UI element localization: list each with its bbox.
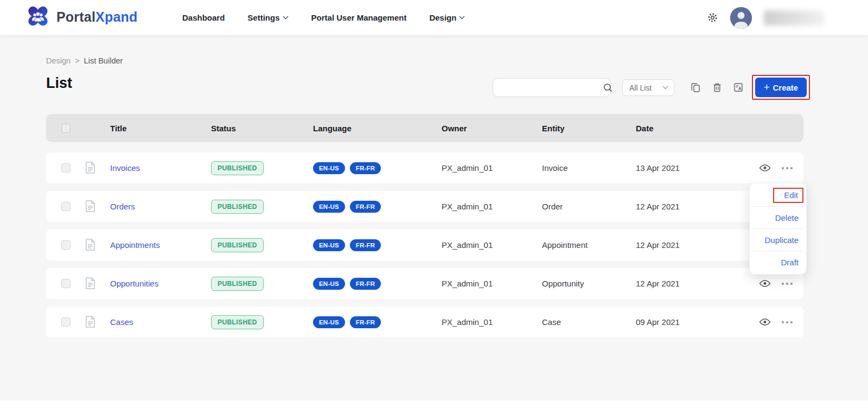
top-navigation: Dashboard Settings Portal User Managemen… xyxy=(182,0,465,35)
row-date: 12 Apr 2021 xyxy=(636,268,680,299)
brand-logo-link[interactable]: PortalXpand xyxy=(26,5,137,29)
language-chip: EN-US xyxy=(313,201,345,213)
context-menu-item-edit[interactable]: Edit xyxy=(750,184,806,206)
table-header: Title Status Language Owner Entity Date xyxy=(46,114,803,142)
row-entity: Appointment xyxy=(542,229,588,260)
row-actions-ellipsis[interactable] xyxy=(782,152,793,183)
document-icon xyxy=(85,152,95,183)
table-row: Invoices PUBLISHED EN-US FR-FR PX_admin_… xyxy=(46,152,803,183)
view-eye-icon[interactable] xyxy=(759,152,771,183)
column-header-entity: Entity xyxy=(542,114,565,142)
column-header-status: Status xyxy=(211,114,236,142)
status-badge: PUBLISHED xyxy=(211,238,264,252)
column-header-date: Date xyxy=(636,114,654,142)
document-icon xyxy=(85,268,95,299)
view-eye-icon[interactable] xyxy=(759,307,771,337)
list-builder-page: PortalXpand Dashboard Settings Portal Us… xyxy=(0,0,868,408)
row-date: 12 Apr 2021 xyxy=(636,229,680,260)
breadcrumb: Design > List Builder xyxy=(46,56,123,65)
chevron-down-icon xyxy=(459,16,465,20)
row-entity: Opportunity xyxy=(542,268,584,299)
status-badge: PUBLISHED xyxy=(211,315,264,329)
row-actions-ellipsis[interactable] xyxy=(782,307,793,337)
top-bar: PortalXpand Dashboard Settings Portal Us… xyxy=(0,0,868,36)
row-date: 13 Apr 2021 xyxy=(636,152,680,183)
nav-item-settings[interactable]: Settings xyxy=(247,13,288,22)
search-box xyxy=(493,78,611,97)
row-entity: Case xyxy=(542,307,561,337)
row-owner: PX_admin_01 xyxy=(442,307,493,337)
table-row: Cases PUBLISHED EN-US FR-FR PX_admin_01 … xyxy=(46,307,803,337)
row-owner: PX_admin_01 xyxy=(442,229,493,260)
row-checkbox[interactable] xyxy=(61,202,71,211)
user-name-redacted xyxy=(764,10,825,25)
language-chip: EN-US xyxy=(313,278,345,290)
language-chip: FR-FR xyxy=(350,162,381,174)
search-input[interactable] xyxy=(493,84,603,92)
status-badge: PUBLISHED xyxy=(211,161,264,175)
translate-icon[interactable] xyxy=(733,82,744,93)
language-chip: EN-US xyxy=(313,239,345,251)
settings-gear-icon[interactable] xyxy=(707,12,718,23)
breadcrumb-current: List Builder xyxy=(84,56,123,65)
language-chip: FR-FR xyxy=(350,201,381,213)
language-chip: EN-US xyxy=(313,316,345,328)
row-checkbox[interactable] xyxy=(61,279,71,288)
select-all-checkbox[interactable] xyxy=(61,124,71,133)
topbar-right-actions xyxy=(707,0,825,35)
nav-item-dashboard[interactable]: Dashboard xyxy=(182,13,225,22)
edit-highlight-box: Edit xyxy=(773,188,803,203)
document-icon xyxy=(85,229,95,260)
filter-selected-value: All List xyxy=(629,84,652,92)
user-avatar[interactable] xyxy=(730,7,752,29)
chevron-down-icon xyxy=(662,86,668,90)
context-menu-item-delete[interactable]: Delete xyxy=(750,207,806,228)
page-title: List xyxy=(46,75,72,92)
document-icon xyxy=(85,307,95,337)
context-menu-item-duplicate[interactable]: Duplicate xyxy=(750,229,806,251)
row-title-link[interactable]: Orders xyxy=(110,191,135,222)
column-header-language: Language xyxy=(313,114,352,142)
row-context-menu: Edit Delete Duplicate Draft xyxy=(749,183,807,275)
row-entity: Invoice xyxy=(542,152,568,183)
bottom-strip xyxy=(0,400,868,408)
language-chip: FR-FR xyxy=(350,239,381,251)
row-entity: Order xyxy=(542,191,563,222)
search-icon[interactable] xyxy=(603,83,619,93)
row-title-link[interactable]: Invoices xyxy=(110,152,140,183)
breadcrumb-separator: > xyxy=(75,56,79,65)
row-date: 09 Apr 2021 xyxy=(636,307,680,337)
row-title-link[interactable]: Cases xyxy=(110,307,133,337)
language-chip: FR-FR xyxy=(350,316,381,328)
row-checkbox[interactable] xyxy=(61,163,71,173)
nav-item-design[interactable]: Design xyxy=(429,13,465,22)
row-owner: PX_admin_01 xyxy=(442,152,493,183)
table-row: Orders PUBLISHED EN-US FR-FR PX_admin_01… xyxy=(46,191,803,222)
status-badge: PUBLISHED xyxy=(211,200,264,214)
nav-item-portal-user-management[interactable]: Portal User Management xyxy=(311,13,407,22)
chevron-down-icon xyxy=(283,16,289,20)
language-chip: EN-US xyxy=(313,162,345,174)
table-row: Opportunities PUBLISHED EN-US FR-FR PX_a… xyxy=(46,268,803,299)
row-owner: PX_admin_01 xyxy=(442,191,493,222)
trash-icon[interactable] xyxy=(712,82,723,93)
row-checkbox[interactable] xyxy=(61,317,71,327)
row-checkbox[interactable] xyxy=(61,240,71,250)
copy-icon[interactable] xyxy=(690,82,701,93)
column-header-owner: Owner xyxy=(442,114,467,142)
create-highlight-box: + Create xyxy=(752,75,810,100)
breadcrumb-design-link[interactable]: Design xyxy=(46,56,71,65)
row-owner: PX_admin_01 xyxy=(442,268,493,299)
create-button[interactable]: + Create xyxy=(755,78,807,97)
row-date: 12 Apr 2021 xyxy=(636,191,680,222)
plus-icon: + xyxy=(764,82,770,93)
list-filter-select[interactable]: All List xyxy=(622,79,674,96)
language-chip: FR-FR xyxy=(350,278,381,290)
context-menu-item-draft[interactable]: Draft xyxy=(750,251,806,273)
status-badge: PUBLISHED xyxy=(211,277,264,291)
row-title-link[interactable]: Appointments xyxy=(110,229,160,260)
row-title-link[interactable]: Opportunities xyxy=(110,268,158,299)
portalxpand-logo-icon xyxy=(26,5,50,29)
table-row: Appointments PUBLISHED EN-US FR-FR PX_ad… xyxy=(46,229,803,260)
brand-name: PortalXpand xyxy=(56,9,137,25)
